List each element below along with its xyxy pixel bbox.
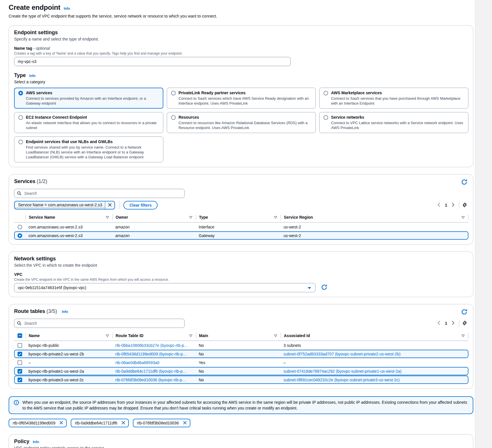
- sort-icon: [462, 333, 465, 338]
- subnets-popover-trigger[interactable]: 3 subnets: [284, 343, 301, 348]
- row-checkbox[interactable]: [18, 360, 22, 365]
- filter-token-label[interactable]: Service Name = com.amazonaws.us-west-2.s…: [15, 202, 105, 208]
- endpoint-settings-title: Endpoint settings: [14, 30, 58, 35]
- column-header-name[interactable]: Name: [26, 333, 112, 339]
- row-checkbox[interactable]: [18, 369, 22, 374]
- column-header-associated-id[interactable]: Associated Id: [281, 333, 468, 339]
- column-header-service-name[interactable]: Service Name: [26, 214, 112, 220]
- name-cell: byovpc-rtb-private1-us-west-2a: [26, 369, 112, 374]
- type-option-ec2-instance-connect[interactable]: EC2 Instance Connect Endpoint An elastic…: [14, 112, 163, 133]
- route-tables-refresh-button[interactable]: [461, 308, 468, 316]
- route-table-row-public[interactable]: byovpc-rtb-public rtb-0bba10806b33cb27e …: [14, 341, 468, 349]
- associated-id-cell: –: [281, 360, 468, 365]
- route-table-id-link[interactable]: rtb-06ae0dbd6a88593a0: [115, 360, 159, 365]
- close-icon: [59, 421, 63, 426]
- row-checkbox[interactable]: [18, 378, 22, 382]
- service-row-interface[interactable]: com.amazonaws.us-west-2.s3 amazon Interf…: [14, 222, 468, 231]
- route-table-row-private1[interactable]: byovpc-rtb-private1-us-west-2a rtb-0a9dd…: [14, 367, 468, 375]
- type-option-aws-services[interactable]: AWS services Connect to services provide…: [14, 88, 163, 109]
- tile-title: AWS Marketplace services: [331, 91, 464, 95]
- radio-aws-marketplace-services[interactable]: [323, 91, 328, 95]
- route-tables-preferences-button[interactable]: [462, 320, 468, 327]
- vpc-refresh-button[interactable]: [321, 284, 328, 292]
- radio-service-networks[interactable]: [323, 115, 328, 120]
- route-table-row-main[interactable]: – rtb-06ae0dbd6a88593a0 Yes –: [14, 358, 468, 367]
- service-row-gateway[interactable]: com.amazonaws.us-west-2.s3 amazon Gatewa…: [14, 231, 468, 240]
- page-number[interactable]: 1: [443, 203, 449, 207]
- route-table-token: rtb-0f65438d1199ed009: [9, 419, 67, 427]
- vpc-select[interactable]: vpc-0eb11514a74631e5f (byovpc-vpc): [14, 283, 315, 292]
- type-tiles: AWS services Connect to services provide…: [14, 88, 468, 162]
- gear-icon: [462, 320, 467, 326]
- next-page-button[interactable]: [449, 320, 457, 327]
- tile-title: Resources: [179, 115, 312, 120]
- select-all-checkbox[interactable]: [18, 333, 22, 338]
- name-cell: byovpc-rtb-public: [26, 343, 112, 348]
- network-settings-panel: Network settings Select the VPC in which…: [9, 251, 473, 297]
- previous-page-button[interactable]: [435, 320, 443, 327]
- page-number[interactable]: 1: [443, 321, 449, 326]
- radio-resources[interactable]: [171, 115, 176, 120]
- alert-text: When you use an endpoint, the source IP …: [22, 399, 468, 411]
- name-tag-label: Name tag - optional: [14, 46, 468, 51]
- tile-description: Connect to services provided by Amazon w…: [26, 96, 159, 106]
- previous-page-button[interactable]: [435, 201, 443, 209]
- route-table-id-link[interactable]: rtb-0f65438d1199ed009 (byovpc-rtb-p…: [115, 352, 187, 356]
- type-option-privatelink-partner-services[interactable]: PrivateLink Ready partner services Conne…: [167, 88, 316, 109]
- page-info-link[interactable]: Info: [64, 7, 70, 11]
- vpc-selected-value: vpc-0eb11514a74631e5f (byovpc-vpc): [18, 285, 86, 290]
- subnet-link[interactable]: subnet-0f752ad83333ad707 (byovpc-subnet-…: [284, 352, 401, 356]
- column-header-type[interactable]: Type: [196, 214, 281, 220]
- policy-info-link[interactable]: Info: [33, 440, 39, 444]
- type-option-resources[interactable]: Resources Connect to resources like Amaz…: [167, 112, 316, 133]
- row-radio[interactable]: [18, 225, 22, 229]
- row-checkbox[interactable]: [18, 352, 22, 356]
- endpoint-settings-panel: Endpoint settings Specify a name and sel…: [9, 25, 473, 167]
- sort-icon: [462, 215, 465, 220]
- token-dismiss-button[interactable]: [182, 421, 187, 426]
- route-table-id-link[interactable]: rtb-0a9ddbe64c1711df6 (byovpc-rtb-p…: [115, 369, 187, 374]
- filter-token-dismiss-button[interactable]: [105, 203, 114, 208]
- radio-privatelink-partner-services[interactable]: [171, 91, 176, 95]
- main-cell: Yes: [196, 360, 281, 365]
- token-dismiss-button[interactable]: [59, 421, 64, 426]
- row-checkbox[interactable]: [18, 343, 22, 348]
- sort-icon: [106, 215, 109, 220]
- token-label: rtb-076fdf3b08ed10036: [137, 421, 179, 425]
- row-radio[interactable]: [18, 233, 22, 238]
- route-tables-search-input[interactable]: [14, 319, 185, 328]
- column-header-route-table-id[interactable]: Route Table ID: [112, 333, 196, 339]
- type-option-aws-marketplace-services[interactable]: AWS Marketplace services Connect to SaaS…: [319, 88, 468, 109]
- column-header-service-region[interactable]: Service Region: [281, 214, 468, 220]
- route-tables-info-link[interactable]: Info: [62, 310, 68, 314]
- services-refresh-button[interactable]: [461, 178, 468, 186]
- tile-description: Connect to SaaS services that you have p…: [331, 96, 464, 106]
- type-option-endpoint-services-nlb-gwlb[interactable]: Endpoint services that use NLBs and GWLB…: [14, 136, 163, 162]
- radio-endpoint-services-nlb-gwlb[interactable]: [18, 140, 23, 144]
- services-search-input[interactable]: [14, 189, 185, 198]
- column-header-main[interactable]: Main: [196, 333, 281, 339]
- info-circle-icon: [14, 400, 19, 411]
- token-dismiss-button[interactable]: [121, 421, 126, 426]
- radio-aws-services[interactable]: [18, 91, 23, 95]
- subnet-link[interactable]: subnet-0f891cec049232c2e (byovpc-subnet-…: [284, 378, 400, 382]
- type-info-link[interactable]: Info: [29, 74, 36, 78]
- route-table-id-link[interactable]: rtb-0bba10806b33cb27e (byovpc-rtb-p…: [115, 343, 188, 348]
- search-icon: [17, 191, 22, 197]
- subnet-link[interactable]: subnet-07418de78974ac292 (byovpc-subnet-…: [284, 369, 401, 374]
- page-header: Create endpointInfo Create the type of V…: [9, 3, 473, 18]
- services-preferences-button[interactable]: [462, 202, 468, 209]
- column-header-owner[interactable]: Owner: [112, 214, 196, 220]
- sort-icon: [189, 215, 192, 220]
- clear-filters-button[interactable]: Clear filters: [123, 201, 158, 209]
- sort-icon: [189, 333, 192, 338]
- radio-ec2-instance-connect[interactable]: [18, 115, 23, 120]
- tile-title: Endpoint services that use NLBs and GWLB…: [26, 139, 159, 144]
- route-table-row-private2[interactable]: byovpc-rtb-private2-us-west-2b rtb-0f654…: [14, 349, 468, 358]
- route-table-id-link[interactable]: rtb-076fdf3b08ed10036 (byovpc-rtb-p…: [115, 378, 186, 382]
- type-option-service-networks[interactable]: Service networks Connect to VPC Lattice …: [319, 112, 468, 133]
- route-table-row-private3[interactable]: byovpc-rtb-private3-us-west-2c rtb-076fd…: [14, 375, 468, 384]
- services-title: Services (1/2): [14, 178, 47, 184]
- next-page-button[interactable]: [449, 201, 457, 209]
- name-tag-input[interactable]: [14, 57, 291, 66]
